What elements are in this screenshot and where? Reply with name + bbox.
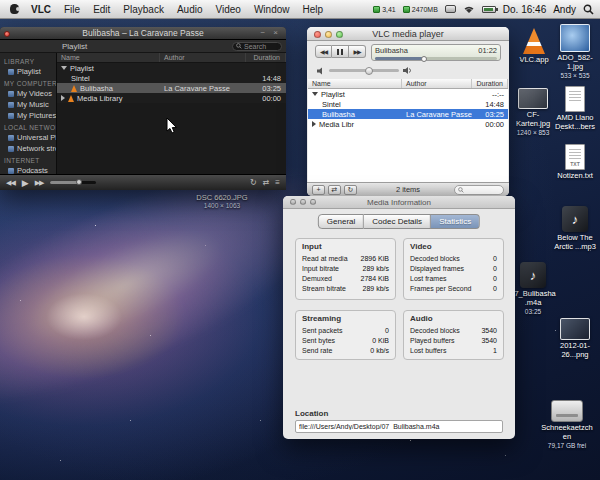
seek-slider[interactable] [375, 57, 497, 60]
volume-slider[interactable] [50, 181, 96, 184]
desktop-icon-below-the-arctic-mp3[interactable]: ♪ Below The Arctic ...mp3 [552, 206, 598, 251]
column-header-name[interactable]: Name [308, 79, 402, 88]
spotlight-icon[interactable] [583, 4, 594, 15]
column-header-author[interactable]: Author [160, 53, 246, 62]
desktop-icon-notizen-txt[interactable]: TXT Notizen.txt [552, 144, 598, 181]
table-row-selected[interactable]: Bulibasha La Caravane Passe 03:25 [57, 83, 286, 93]
menu-audio[interactable]: Audio [177, 4, 203, 15]
menu-file[interactable]: File [64, 4, 80, 15]
table-header: Name Author Duration [308, 79, 508, 89]
repeat-icon[interactable]: ↻ [250, 178, 257, 187]
desktop-icon-vlc-app[interactable]: VLC.app [512, 28, 556, 65]
menu-bar-status-area: 3,41 2470MB Do. 16:46 Andy [373, 4, 594, 15]
desktop-icon-2012-png[interactable]: 2012-01-26...png [552, 318, 598, 359]
table-row[interactable]: Sintel 14:48 [57, 73, 286, 83]
sidebar-item-network-streams[interactable]: Network strea... [0, 143, 56, 154]
disclosure-closed-icon[interactable] [61, 95, 65, 101]
sidebar-item-podcasts[interactable]: Podcasts [0, 165, 56, 174]
menu-video[interactable]: Video [216, 4, 241, 15]
now-playing-display: Bulibasha 01:22 [371, 44, 501, 61]
sidebar-item-universal-plug[interactable]: Universal Plug... [0, 132, 56, 143]
search-field[interactable] [454, 185, 504, 195]
sidebar-section-library: LIBRARY [0, 55, 56, 66]
location-field[interactable] [295, 420, 503, 433]
dark-window-titlebar[interactable]: Bulibasha – La Caravane Passe − × [0, 27, 286, 40]
menu-window[interactable]: Window [254, 4, 290, 15]
table-row[interactable]: Playlist [57, 63, 286, 73]
close-button[interactable] [290, 199, 296, 205]
desktop-icon-schneekaetzchen-drive[interactable]: Schneekaetzchen 79,17 GB frei [540, 400, 594, 449]
sidebar-item-my-music[interactable]: My Music [0, 99, 56, 110]
desktop-icon-bulibasha-m4a[interactable]: ♪ 07_Bulibasha.m4a 03:25 [510, 262, 556, 315]
media-info-titlebar[interactable]: Media Information [283, 196, 515, 209]
playlist-bottom-bar: + ⇄ ↻ 2 items [307, 182, 509, 196]
podcast-icon [8, 168, 14, 174]
desktop-icon-cf-karten-jpg[interactable]: CF-Karten.jpg 1240 × 853 [510, 88, 556, 136]
menu-bar-clock[interactable]: Do. 16:46 [503, 4, 546, 15]
menu-help[interactable]: Help [303, 4, 324, 15]
menu-vlc[interactable]: VLC [31, 4, 51, 15]
add-media-button[interactable]: + [312, 185, 325, 195]
minimize-button[interactable] [300, 199, 306, 205]
volume-slider[interactable] [329, 69, 399, 72]
desktop-icon-dsc-photo[interactable]: DSC 6620.JPG 1400 × 1063 [186, 193, 258, 209]
ram-meter[interactable]: 2470MB [403, 6, 438, 13]
cpu-meter[interactable]: 3,41 [373, 6, 396, 13]
tab-codec-details[interactable]: Codec Details [364, 214, 431, 229]
previous-button[interactable]: ◀◀ [6, 179, 15, 187]
table-row[interactable]: Media Library 00:00 [57, 93, 286, 103]
menu-edit[interactable]: Edit [93, 4, 110, 15]
table-row[interactable]: Media Libr 00:00 [308, 119, 508, 129]
zoom-button[interactable] [310, 199, 316, 205]
table-row-selected[interactable]: Bulibasha La Caravane Passe 03:25 [308, 109, 508, 119]
vlc-window-titlebar[interactable]: VLC media player [307, 27, 509, 41]
group-title: Video [404, 239, 503, 253]
user-menu[interactable]: Andy [553, 4, 576, 15]
minimize-button[interactable] [325, 31, 332, 38]
disclosure-closed-icon[interactable] [312, 121, 316, 127]
tab-statistics[interactable]: Statistics [431, 214, 480, 229]
displays-menu-icon[interactable] [445, 5, 456, 13]
column-header-author[interactable]: Author [402, 79, 472, 88]
next-button[interactable]: ▶▶ [349, 45, 366, 58]
previous-button[interactable]: ◀◀ [315, 45, 332, 58]
sidebar-item-my-pictures[interactable]: My Pictures [0, 110, 56, 121]
close-button[interactable] [4, 31, 10, 37]
volume-knob[interactable] [76, 179, 82, 185]
zoom-button[interactable] [336, 31, 343, 38]
shuffle-icon[interactable]: ⇄ [263, 178, 270, 187]
close-button[interactable] [314, 31, 321, 38]
sidebar-item-playlist[interactable]: Playlist [0, 66, 56, 77]
table-row[interactable]: Sintel 14:48 [308, 99, 508, 109]
repeat-button[interactable]: ↻ [344, 185, 357, 195]
next-button[interactable]: ▶▶ [35, 179, 44, 187]
sidebar-item-my-videos[interactable]: My Videos [0, 88, 56, 99]
disclosure-open-icon[interactable] [312, 92, 318, 96]
desktop-icon-amd-llano-doc[interactable]: AMD Llano Deskt...bers [552, 86, 598, 131]
playlist-toggle-icon[interactable]: ≡ [275, 178, 280, 187]
disclosure-open-icon[interactable] [61, 66, 67, 70]
wifi-icon[interactable] [463, 5, 475, 14]
table-row[interactable]: Playlist --:-- [308, 89, 508, 99]
search-field[interactable]: Search [232, 42, 282, 51]
row-duration: --:-- [472, 90, 508, 99]
sidebar-section-internet: INTERNET [0, 154, 56, 165]
icon-label: VLC.app [512, 56, 556, 65]
stat-value: 0 [385, 327, 389, 334]
media-library-icon [68, 95, 74, 102]
column-header-duration[interactable]: Duration [246, 53, 286, 62]
column-header-duration[interactable]: Duration [472, 79, 508, 88]
column-header-name[interactable]: Name [57, 53, 160, 62]
menu-playback[interactable]: Playback [123, 4, 164, 15]
play-button[interactable]: ▶ [22, 178, 28, 188]
ram-meter-value: 2470MB [412, 6, 438, 13]
pause-button[interactable] [332, 45, 349, 58]
apple-menu-icon[interactable] [10, 4, 19, 14]
battery-icon[interactable] [482, 6, 496, 13]
desktop-icon-ado-jpg[interactable]: ADO_582-1.jpg 533 × 535 [552, 24, 598, 79]
volume-knob[interactable] [365, 67, 373, 75]
seek-knob[interactable] [421, 56, 427, 62]
window-buttons[interactable]: − × [260, 28, 281, 37]
shuffle-button[interactable]: ⇄ [328, 185, 341, 195]
tab-general[interactable]: General [318, 214, 364, 229]
